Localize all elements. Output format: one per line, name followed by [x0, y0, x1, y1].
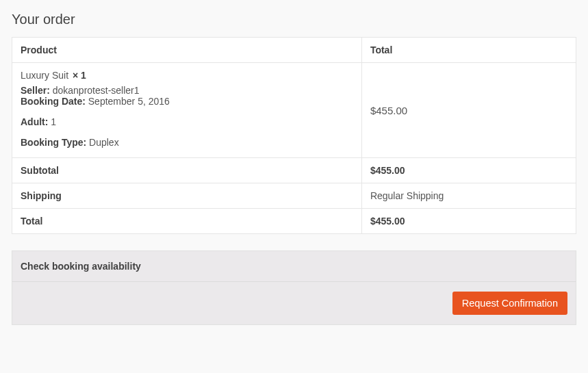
total-row: Total $455.00	[12, 209, 576, 234]
adult-label: Adult:	[21, 116, 48, 127]
subtotal-value: $455.00	[361, 158, 576, 183]
booking-type-value: Duplex	[89, 137, 119, 148]
page-title: Your order	[12, 12, 576, 27]
booking-date-value: September 5, 2016	[88, 96, 170, 107]
table-row: Luxury Suit × 1 Seller: dokanprotest-sel…	[12, 63, 576, 158]
product-name: Luxury Suit	[21, 70, 68, 81]
booking-type-label: Booking Type:	[21, 137, 86, 148]
booking-type-line: Booking Type: Duplex	[21, 137, 353, 148]
total-label: Total	[12, 209, 362, 234]
header-product: Product	[12, 38, 362, 63]
adult-value: 1	[51, 116, 56, 127]
availability-title: Check booking availability	[12, 251, 576, 282]
seller-value: dokanprotest-seller1	[53, 85, 140, 96]
booking-date-label: Booking Date:	[21, 96, 86, 107]
shipping-row: Shipping Regular Shipping	[12, 183, 576, 209]
subtotal-label: Subtotal	[12, 158, 362, 183]
subtotal-row: Subtotal $455.00	[12, 158, 576, 183]
shipping-label: Shipping	[12, 183, 362, 209]
shipping-value: Regular Shipping	[361, 183, 576, 209]
availability-box: Check booking availability Request Confi…	[12, 250, 576, 325]
product-cell: Luxury Suit × 1 Seller: dokanprotest-sel…	[12, 63, 362, 158]
availability-body: Request Confirmation	[12, 282, 576, 324]
header-total: Total	[361, 38, 576, 63]
order-table: Product Total Luxury Suit × 1 Seller: do…	[12, 37, 576, 234]
booking-date-line: Booking Date: September 5, 2016	[21, 96, 353, 107]
product-name-line: Luxury Suit × 1	[21, 70, 353, 81]
product-qty: × 1	[73, 70, 86, 81]
seller-label: Seller:	[21, 85, 50, 96]
adult-line: Adult: 1	[21, 116, 353, 127]
seller-line: Seller: dokanprotest-seller1	[21, 85, 353, 96]
request-confirmation-button[interactable]: Request Confirmation	[452, 292, 567, 315]
item-price: $455.00	[361, 63, 576, 158]
total-value: $455.00	[361, 209, 576, 234]
